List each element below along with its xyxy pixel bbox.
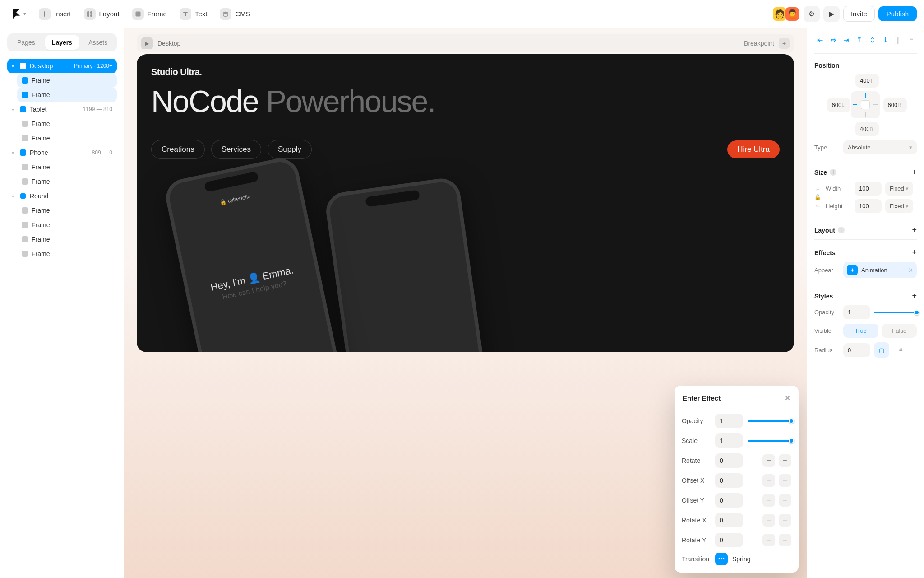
- layer-frame[interactable]: Frame: [17, 160, 117, 174]
- layer-label: Tablet: [30, 106, 46, 113]
- pos-top-input[interactable]: [855, 74, 879, 88]
- add-icon[interactable]: +: [912, 291, 917, 301]
- collaborator-avatars[interactable]: 🧑 🧑‍🦱: [775, 6, 800, 22]
- close-icon[interactable]: ✕: [785, 394, 790, 402]
- layer-frame[interactable]: Frame: [17, 117, 117, 131]
- chevron-down-icon: ▾: [23, 11, 26, 17]
- layout-button[interactable]: Layout: [79, 5, 124, 23]
- distribute-v-icon[interactable]: ≡: [906, 34, 917, 45]
- nav-chip[interactable]: Supply: [268, 140, 312, 159]
- visible-true[interactable]: True: [843, 324, 878, 338]
- radius-per-corner-icon[interactable]: ⌗: [893, 342, 908, 358]
- animation-effect-chip[interactable]: ✦ Animation ✕: [843, 262, 917, 278]
- preview-button[interactable]: ▶: [823, 6, 840, 22]
- width-mode-select[interactable]: Fixed▾: [885, 182, 913, 196]
- offsety-input[interactable]: [715, 493, 743, 508]
- scale-slider[interactable]: [748, 440, 791, 442]
- visible-toggle: True False: [843, 324, 917, 338]
- radius-input[interactable]: [843, 343, 870, 357]
- visible-false[interactable]: False: [882, 324, 917, 338]
- increment-button[interactable]: +: [779, 494, 791, 507]
- radius-uniform-icon[interactable]: ▢: [874, 342, 889, 358]
- canvas[interactable]: ▶ Desktop Breakpoint + Studio Ultra. NoC…: [124, 28, 807, 578]
- height-mode-select[interactable]: Fixed▾: [885, 199, 913, 213]
- tab-layers[interactable]: Layers: [45, 35, 79, 50]
- app-menu-button[interactable]: ▾: [7, 7, 31, 21]
- distribute-h-icon[interactable]: ‖: [893, 34, 904, 45]
- hero-heading: NoCode Powerhouse.: [151, 85, 780, 117]
- align-left-icon[interactable]: ⇤: [814, 34, 825, 45]
- decrement-button[interactable]: −: [762, 494, 775, 507]
- style-opacity-input[interactable]: [843, 305, 870, 319]
- design-frame[interactable]: Studio Ultra. NoCode Powerhouse. Creatio…: [137, 54, 794, 352]
- invite-button[interactable]: Invite: [843, 6, 875, 22]
- add-breakpoint-button[interactable]: +: [779, 38, 790, 49]
- anchor-box[interactable]: [851, 91, 880, 118]
- layer-label: Frame: [32, 163, 50, 171]
- pos-left-input[interactable]: [827, 98, 850, 112]
- add-icon[interactable]: +: [912, 248, 917, 257]
- layer-frame[interactable]: Frame: [17, 73, 117, 88]
- insert-button[interactable]: Insert: [34, 5, 76, 23]
- remove-icon[interactable]: ✕: [908, 267, 913, 274]
- play-icon[interactable]: ▶: [141, 37, 153, 49]
- align-hcenter-icon[interactable]: ⇔: [827, 34, 838, 45]
- layer-label: Frame: [32, 221, 50, 228]
- rotatex-input[interactable]: [715, 513, 743, 527]
- layer-frame[interactable]: Frame: [17, 131, 117, 145]
- style-opacity-slider[interactable]: [874, 312, 917, 313]
- height-input[interactable]: [855, 199, 882, 213]
- offsetx-input[interactable]: [715, 473, 743, 488]
- layer-frame[interactable]: Frame: [17, 232, 117, 247]
- decrement-button[interactable]: −: [762, 534, 775, 546]
- layer-frame[interactable]: Frame: [17, 88, 117, 102]
- tab-assets[interactable]: Assets: [81, 35, 115, 50]
- alignment-controls: ⇤ ⇔ ⇥ ⤒ ⇕ ⤓ ‖ ≡: [814, 34, 917, 45]
- layer-desktop[interactable]: ▾ Desktop Primary · 1200+: [7, 59, 117, 73]
- text-button[interactable]: Text: [175, 5, 212, 23]
- align-bottom-icon[interactable]: ⤓: [880, 34, 891, 45]
- align-right-icon[interactable]: ⇥: [841, 34, 851, 45]
- position-type-select[interactable]: Absolute▾: [843, 140, 917, 154]
- nav-chip[interactable]: Creations: [151, 140, 205, 159]
- decrement-button[interactable]: −: [762, 454, 775, 467]
- settings-button[interactable]: ⚙: [804, 6, 820, 22]
- add-icon[interactable]: +: [912, 168, 917, 177]
- layer-frame[interactable]: Frame: [17, 174, 117, 189]
- opacity-input[interactable]: [715, 414, 743, 428]
- layer-frame[interactable]: Frame: [17, 247, 117, 261]
- opacity-slider[interactable]: [748, 420, 791, 422]
- layer-label: Frame: [32, 77, 50, 84]
- layer-phone[interactable]: ▾ Phone 809 — 0: [7, 145, 117, 160]
- increment-button[interactable]: +: [779, 534, 791, 546]
- frame-button[interactable]: Frame: [128, 5, 171, 23]
- width-input[interactable]: [855, 182, 882, 196]
- add-icon[interactable]: +: [912, 225, 917, 235]
- decrement-button[interactable]: −: [762, 514, 775, 527]
- hire-cta-button[interactable]: Hire Ultra: [727, 140, 780, 158]
- decrement-button[interactable]: −: [762, 474, 775, 487]
- opacity-label: Opacity: [682, 417, 711, 424]
- layer-tablet[interactable]: ▾ Tablet 1199 — 810: [7, 102, 117, 117]
- layer-frame[interactable]: Frame: [17, 203, 117, 218]
- pos-right-input[interactable]: [883, 98, 907, 112]
- tab-pages[interactable]: Pages: [9, 35, 43, 50]
- scale-input[interactable]: [715, 434, 743, 448]
- cms-button[interactable]: CMS: [215, 5, 254, 23]
- align-top-icon[interactable]: ⤒: [854, 34, 864, 45]
- rotate-input[interactable]: [715, 453, 743, 468]
- layer-label: Round: [30, 192, 48, 200]
- rotatey-input[interactable]: [715, 533, 743, 547]
- layer-frame[interactable]: Frame: [17, 218, 117, 232]
- align-vcenter-icon[interactable]: ⇕: [867, 34, 878, 45]
- layer-round[interactable]: ▾ Round: [7, 189, 117, 203]
- nav-chip[interactable]: Services: [211, 140, 261, 159]
- increment-button[interactable]: +: [779, 474, 791, 487]
- sparkle-icon: ✦: [847, 265, 858, 275]
- size-lock[interactable]: ⌐🔓⌙: [814, 182, 821, 213]
- increment-button[interactable]: +: [779, 514, 791, 527]
- transition-value[interactable]: Spring: [732, 555, 750, 563]
- pos-bottom-input[interactable]: [855, 122, 879, 136]
- publish-button[interactable]: Publish: [878, 6, 917, 21]
- increment-button[interactable]: +: [779, 454, 791, 467]
